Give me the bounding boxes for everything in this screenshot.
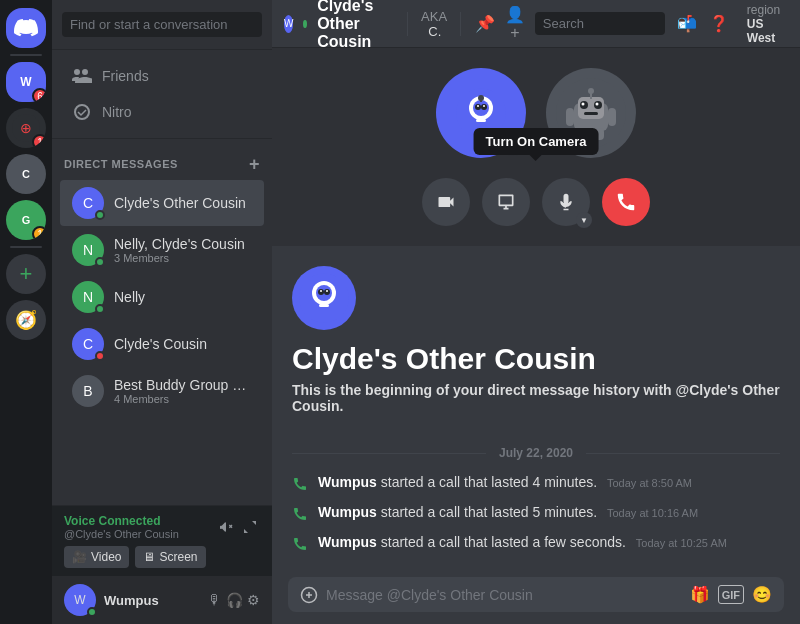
sidebar-item-nitro[interactable]: Nitro — [60, 94, 264, 130]
svg-point-24 — [588, 88, 594, 94]
muted-badge: 🔇 — [502, 134, 524, 156]
svg-rect-22 — [584, 112, 598, 115]
voice-expand-button[interactable] — [240, 517, 260, 537]
dm-sidebar: Friends Nitro DIRECT MESSAGES + CClyde's… — [52, 0, 272, 624]
voice-extra-buttons: 🎥 Video 🖥 Screen — [64, 546, 260, 568]
status-dot — [95, 304, 105, 314]
video-icon: 🎥 — [72, 550, 87, 564]
voice-actions — [216, 517, 260, 537]
search-input[interactable] — [62, 12, 262, 37]
topbar-search[interactable] — [535, 12, 665, 35]
end-call-button[interactable] — [602, 178, 650, 226]
topbar-aka: AKA C. — [421, 9, 446, 39]
svg-point-21 — [596, 103, 599, 106]
mute-button[interactable]: 🎙 — [208, 592, 222, 608]
status-dot — [95, 257, 105, 267]
friends-label: Friends — [102, 68, 149, 84]
dm-info-dm1: Clyde's Other Cousin — [114, 195, 252, 211]
dm-info-dm5: Best Buddy Group Ever4 Members — [114, 377, 252, 405]
add-server-button[interactable]: + — [6, 254, 46, 294]
svg-rect-27 — [578, 128, 588, 140]
call-avatar-right-wrap — [546, 68, 636, 158]
dm-search-area — [52, 0, 272, 50]
call-icon — [292, 536, 308, 556]
call-controls: ▼ — [422, 178, 650, 226]
chat-message-m3: Wumpus started a call that lasted a few … — [292, 532, 780, 558]
dm-info-dm4: Clyde's Cousin — [114, 336, 252, 352]
inbox-button[interactable]: 📬 — [677, 14, 697, 33]
mute-caret[interactable]: ▼ — [576, 212, 592, 228]
dm-item-dm5[interactable]: BBest Buddy Group Ever4 Members — [60, 368, 264, 414]
sidebar-item-friends[interactable]: Friends — [60, 58, 264, 94]
gift-button[interactable]: 🎁 — [690, 585, 710, 604]
dm-name-dm4: Clyde's Cousin — [114, 336, 252, 352]
dm-item-dm2[interactable]: NNelly, Clyde's Cousin3 Members — [60, 227, 264, 273]
chat-date-divider: July 22, 2020 — [292, 446, 780, 460]
svg-point-34 — [320, 290, 322, 292]
explore-servers-button[interactable]: 🧭 — [6, 300, 46, 340]
dm-item-dm3[interactable]: NNelly — [60, 274, 264, 320]
svg-point-35 — [326, 290, 328, 292]
chat-message-m2: Wumpus started a call that lasted 5 minu… — [292, 502, 780, 528]
deafen-button[interactable]: 🎧 — [226, 592, 243, 608]
dm-name-dm1: Clyde's Other Cousin — [114, 195, 252, 211]
video-button[interactable]: 🎥 Video — [64, 546, 129, 568]
server-icon-4[interactable]: G 1 — [6, 200, 46, 240]
svg-rect-26 — [608, 108, 616, 126]
discord-home-button[interactable] — [6, 8, 46, 48]
status-dot — [95, 210, 105, 220]
chat-message-m1: Wumpus started a call that lasted 4 minu… — [292, 472, 780, 498]
call-area: Turn On Camera — [272, 48, 800, 246]
main-area: W Clyde's Other Cousin AKA C. 📌 👤+ 📬 ❓ r… — [272, 0, 800, 624]
svg-point-2 — [75, 105, 89, 119]
dm-list: CClyde's Other CousinNNelly, Clyde's Cou… — [52, 179, 272, 505]
dm-info-dm2: Nelly, Clyde's Cousin3 Members — [114, 236, 252, 264]
dm-section-header: DIRECT MESSAGES + — [52, 139, 272, 179]
message-input[interactable] — [326, 587, 682, 603]
screen-icon: 🖥 — [143, 550, 155, 564]
emoji-button[interactable]: 😊 — [752, 585, 772, 604]
dm-item-dm1[interactable]: CClyde's Other Cousin — [60, 180, 264, 226]
status-dot — [95, 351, 105, 361]
server-sidebar: W 6 ⊕ 1 C G 1 + 🧭 — [0, 0, 52, 624]
mute-toggle-button[interactable]: ▼ — [542, 178, 590, 226]
screen-button[interactable]: 🖥 Screen — [135, 546, 205, 568]
svg-rect-12 — [476, 119, 486, 122]
help-button[interactable]: ❓ — [709, 14, 729, 33]
topbar-status-dot — [303, 20, 307, 28]
svg-rect-28 — [594, 128, 604, 140]
sidebar-nav: Friends Nitro — [52, 50, 272, 139]
dm-name-dm5: Best Buddy Group Ever — [114, 377, 252, 393]
messages-container: Wumpus started a call that lasted 4 minu… — [292, 472, 780, 565]
topbar-actions: 📬 ❓ — [535, 12, 729, 35]
server-divider-2 — [10, 246, 42, 248]
camera-toggle-button[interactable] — [422, 178, 470, 226]
pin-button[interactable]: 📌 — [475, 14, 495, 33]
attach-file-button[interactable] — [300, 586, 318, 604]
add-dm-button[interactable]: + — [249, 155, 260, 173]
region-display: region US West — [747, 3, 788, 45]
topbar: W Clyde's Other Cousin AKA C. 📌 👤+ 📬 ❓ r… — [272, 0, 800, 48]
screen-share-button[interactable] — [482, 178, 530, 226]
gif-button[interactable]: GIF — [718, 585, 744, 604]
message-text-m2: Wumpus started a call that lasted 5 minu… — [318, 504, 698, 520]
voice-status: Voice Connected @Clyde's Other Cousin — [64, 514, 260, 540]
dm-avatar-dm3: N — [72, 281, 104, 313]
friends-icon — [72, 66, 92, 86]
nitro-icon — [72, 102, 92, 122]
server-icon-2[interactable]: ⊕ 1 — [6, 108, 46, 148]
server-icon-3[interactable]: C — [6, 154, 46, 194]
call-icon — [292, 506, 308, 526]
settings-button[interactable]: ⚙ — [247, 592, 260, 608]
add-friend-button[interactable]: 👤+ — [505, 5, 525, 42]
svg-rect-25 — [566, 108, 574, 126]
server-icon-1[interactable]: W 6 — [6, 62, 46, 102]
call-avatars: 🔇 — [436, 68, 636, 158]
dm-avatar-dm5: B — [72, 375, 104, 407]
dm-item-dm4[interactable]: CClyde's Cousin — [60, 321, 264, 367]
dm-sub-dm5: 4 Members — [114, 393, 252, 405]
user-profile: W Wumpus 🎙 🎧 ⚙ — [52, 576, 272, 624]
user-controls: 🎙 🎧 ⚙ — [208, 592, 260, 608]
voice-disconnect-button[interactable] — [216, 517, 236, 537]
user-name: Wumpus — [104, 593, 200, 608]
